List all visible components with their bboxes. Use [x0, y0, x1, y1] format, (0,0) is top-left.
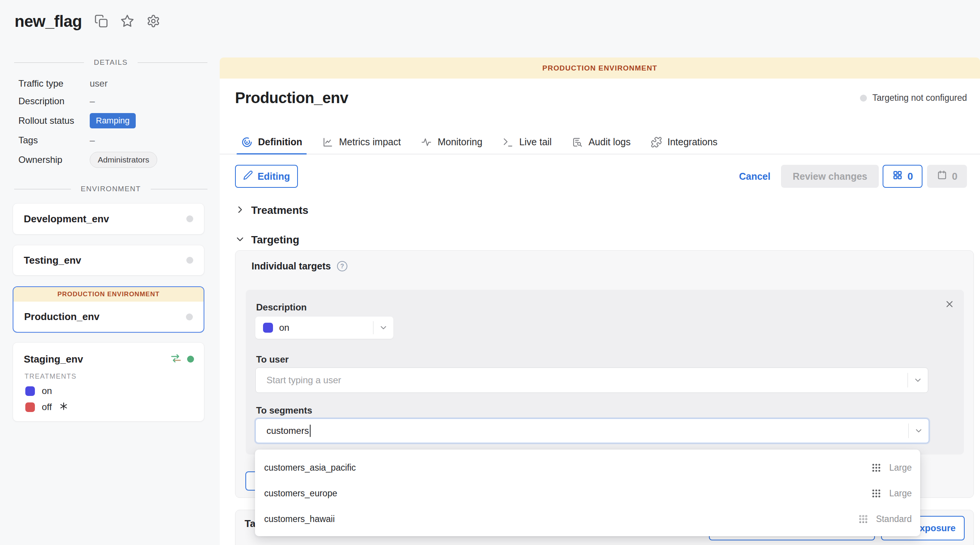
treatment-color-on: [25, 386, 35, 396]
segment-option-hawaii[interactable]: customers_hawaii Standard: [255, 506, 920, 532]
treatment-row-off: off: [25, 401, 204, 413]
tab-label: Definition: [258, 136, 302, 148]
segment-name: customers_asia_pacific: [264, 463, 356, 473]
environment-heading-label: ENVIRONMENT: [81, 185, 141, 193]
remove-target-button[interactable]: [944, 299, 955, 310]
swap-arrows-icon: [170, 353, 182, 366]
segment-size: Standard: [876, 514, 912, 524]
grid-squares-icon: [892, 170, 903, 183]
targeting-section-header[interactable]: Targeting: [235, 234, 299, 246]
segment-option-asia-pacific[interactable]: customers_asia_pacific Large: [255, 455, 920, 481]
segment-size: Large: [889, 463, 912, 473]
chevron-right-icon: [235, 205, 245, 216]
gear-icon: [146, 14, 160, 29]
to-user-label: To user: [256, 354, 289, 365]
default-treatment-asterisk-icon: [59, 401, 69, 413]
env-name: Development_env: [24, 213, 109, 225]
individual-target-card: Description on To user Start typing a us…: [246, 290, 964, 455]
flag-header: new_flag: [15, 12, 160, 31]
scheduled-counter-button[interactable]: 0: [927, 165, 967, 188]
chevron-down-icon[interactable]: [909, 426, 929, 435]
grid-dots-light-icon: [858, 514, 868, 524]
flag-title: new_flag: [15, 12, 82, 31]
favorite-flag-button[interactable]: [120, 14, 134, 29]
to-user-placeholder: Start typing a user: [266, 375, 341, 386]
detail-value: –: [90, 135, 95, 146]
changes-counter-button[interactable]: 0: [883, 165, 922, 188]
env-status-dot: [186, 257, 193, 264]
env-status-dot: [186, 215, 193, 222]
divider-line: [14, 189, 71, 189]
treatment-select[interactable]: on: [255, 317, 393, 339]
editing-button[interactable]: Editing: [235, 165, 298, 188]
treatments-section-header[interactable]: Treatments: [235, 204, 308, 217]
detail-row-rollout-status: Rollout status Ramping: [18, 112, 203, 130]
tab-bar: Definition Metrics impact Monitoring Liv…: [220, 130, 980, 154]
rollout-status-badge: Ramping: [90, 113, 136, 128]
grid-dots-icon: [871, 463, 881, 473]
tab-audit-logs[interactable]: Audit logs: [567, 130, 635, 154]
tab-metrics-impact[interactable]: Metrics impact: [317, 130, 405, 154]
treatment-select-value: on: [279, 322, 289, 333]
to-segments-label: To segments: [256, 405, 312, 416]
flag-settings-button[interactable]: [146, 14, 160, 29]
pulse-icon: [421, 136, 432, 148]
file-search-icon: [572, 136, 583, 148]
treatment-row-on: on: [25, 386, 204, 396]
to-user-input[interactable]: Start typing a user: [255, 368, 928, 393]
page-title: Production_env: [235, 89, 348, 107]
detail-row-traffic-type: Traffic type user: [18, 77, 203, 90]
target-icon: [241, 136, 253, 148]
env-card-production[interactable]: PRODUCTION ENVIRONMENT Production_env: [13, 286, 204, 333]
help-icon[interactable]: ?: [337, 261, 347, 271]
env-name: Production_env: [24, 311, 99, 323]
individual-targets-heading: Individual targets: [252, 261, 331, 272]
production-environment-banner: PRODUCTION ENVIRONMENT: [220, 57, 980, 79]
treatments-label: TREATMENTS: [25, 373, 204, 381]
tab-definition[interactable]: Definition: [237, 130, 307, 154]
changes-count: 0: [908, 171, 913, 182]
tab-integrations[interactable]: Integrations: [646, 130, 722, 154]
detail-label: Description: [18, 96, 90, 107]
ownership-pill[interactable]: Administrators: [90, 152, 157, 168]
env-status-dot: [186, 314, 193, 320]
env-name: Staging_env: [24, 353, 83, 365]
details-heading-label: DETAILS: [94, 58, 128, 67]
line-chart-icon: [322, 136, 334, 148]
calendar-icon: [937, 170, 947, 183]
copy-flag-button[interactable]: [94, 14, 108, 29]
copy-icon: [94, 14, 108, 29]
segment-option-europe[interactable]: customers_europe Large: [255, 481, 920, 506]
grid-dots-icon: [871, 488, 881, 499]
env-card-development[interactable]: Development_env: [13, 203, 204, 235]
chevron-down-icon: [235, 234, 245, 246]
tab-monitoring[interactable]: Monitoring: [416, 130, 487, 154]
detail-value: –: [90, 96, 95, 107]
cancel-button[interactable]: Cancel: [739, 171, 770, 182]
puzzle-icon: [651, 136, 662, 148]
chevron-down-icon[interactable]: [908, 376, 928, 385]
detail-row-ownership: Ownership Administrators: [18, 151, 203, 169]
chevron-down-icon[interactable]: [373, 323, 393, 332]
review-changes-button[interactable]: Review changes: [781, 165, 879, 188]
tab-live-tail[interactable]: Live tail: [498, 130, 556, 154]
divider-line: [14, 62, 84, 63]
page: new_flag DETAILS Traffic type user De: [0, 0, 980, 545]
description-label: Description: [256, 302, 307, 313]
detail-label: Rollout status: [18, 115, 90, 126]
treatments-section-title: Treatments: [251, 204, 308, 217]
close-icon: [944, 299, 955, 310]
editing-label: Editing: [258, 171, 290, 182]
treatment-name: on: [42, 386, 52, 396]
env-status-dot-active: [187, 356, 194, 363]
targeting-status: Targeting not configured: [860, 93, 967, 103]
to-segments-input[interactable]: customers: [255, 419, 929, 443]
tab-label: Audit logs: [589, 136, 631, 148]
terminal-icon: [502, 136, 514, 148]
env-card-staging[interactable]: Staging_env TREATMENTS on off: [13, 342, 204, 422]
divider-line: [151, 189, 207, 189]
env-name: Testing_env: [24, 254, 81, 266]
detail-label: Traffic type: [18, 78, 90, 89]
treatment-color-on: [263, 323, 273, 333]
env-card-testing[interactable]: Testing_env: [13, 245, 204, 276]
